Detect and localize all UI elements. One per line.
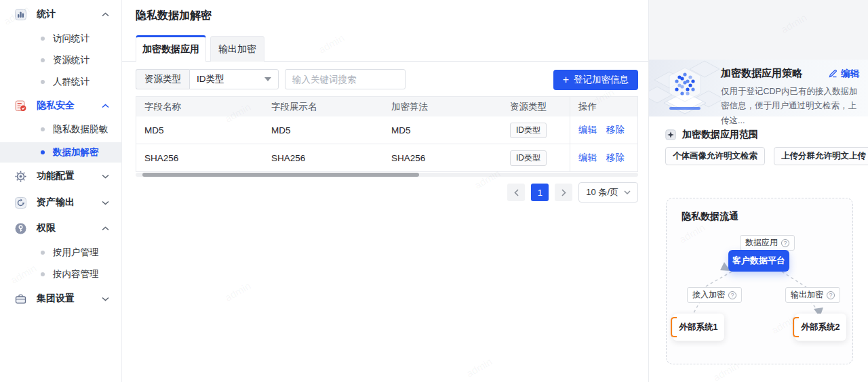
edit-link[interactable]: 编辑	[578, 124, 597, 136]
resource-type-tag: ID类型	[510, 123, 547, 138]
pencil-icon	[829, 69, 837, 78]
sidebar-item-label: 资源统计	[53, 54, 90, 66]
scope-title: 加密数据应用范围	[682, 129, 758, 141]
sidebar-item-manage-by-user[interactable]: 按用户管理	[0, 242, 121, 263]
scope-tags: 个体画像允许明文检索 上传分群允许明文上传	[665, 147, 868, 165]
sidebar-group-label: 资产输出	[37, 196, 75, 209]
main-content: 隐私数据加解密 加密数据应用 输出加密 资源类型 ID类型 + 登记加密信息 字…	[122, 0, 648, 382]
bullet-icon	[41, 80, 45, 84]
sidebar-item-data-encryption[interactable]: 数据加解密	[0, 142, 121, 163]
policy-text-block: 加密数据应用策略 编辑 仅用于登记CDP内已有的接入数据加密信息，便于用户通过明…	[721, 60, 868, 116]
column-header: 加密算法	[383, 97, 502, 116]
previous-page-button[interactable]	[507, 184, 525, 201]
node-label: 外部系统1	[679, 322, 718, 333]
sidebar-group-permissions[interactable]: 权限	[0, 219, 121, 238]
tab-output-encryption[interactable]: 输出加密	[210, 36, 264, 62]
column-header: 资源类型	[502, 97, 570, 116]
chevron-up-icon	[102, 104, 109, 108]
chevron-down-icon	[624, 190, 631, 194]
field-name-cell: MD5	[136, 116, 263, 144]
chevron-up-icon	[102, 12, 109, 17]
sidebar-group-label: 权限	[37, 222, 56, 234]
bullet-icon	[41, 127, 45, 131]
flow-tag-label: 数据应用	[745, 237, 778, 249]
sidebar-group-feature-config[interactable]: 功能配置	[0, 167, 121, 186]
actions-cell: 编辑 移除	[570, 116, 637, 144]
display-name-cell: SHA256	[263, 144, 383, 171]
resource-type-select[interactable]: ID类型	[189, 69, 279, 89]
table-header-row: 字段名称 字段展示名 加密算法 资源类型 操作	[136, 96, 638, 116]
asset-output-icon	[14, 196, 27, 209]
resource-type-tag: ID类型	[510, 150, 547, 166]
search-box	[285, 69, 406, 89]
chevron-up-icon	[102, 226, 109, 231]
sidebar-item-label: 数据加解密	[53, 146, 99, 158]
sidebar-group-label: 集团设置	[37, 293, 75, 305]
bullet-icon	[41, 150, 45, 154]
chevron-right-icon	[561, 189, 566, 196]
flow-tag-label: 接入加密	[692, 289, 725, 301]
pagination: 1 10 条/页	[507, 182, 638, 203]
actions-cell: 编辑 移除	[570, 144, 637, 171]
output-encryption-tag: 输出加密 ?	[785, 287, 840, 303]
node-label: 外部系统2	[802, 322, 840, 333]
sidebar-item-visit-statistics[interactable]: 访问统计	[0, 28, 121, 49]
sidebar-item-manage-by-content[interactable]: 按内容管理	[0, 264, 121, 284]
flow-tag-label: 输出加密	[791, 289, 823, 301]
sidebar-group-group-settings[interactable]: 集团设置	[0, 289, 121, 308]
register-encryption-info-button[interactable]: + 登记加密信息	[553, 70, 638, 90]
page-size-select[interactable]: 10 条/页	[578, 182, 638, 203]
gear-icon	[14, 170, 27, 183]
page-number-button[interactable]: 1	[531, 184, 549, 201]
bar-chart-icon	[14, 8, 27, 21]
resource-type-cell: ID类型	[502, 116, 570, 144]
sidebar-item-resource-statistics[interactable]: 资源统计	[0, 50, 121, 70]
external-system-1-node: 外部系统1	[673, 314, 724, 341]
column-header: 字段名称	[136, 97, 263, 116]
edit-link[interactable]: 编辑	[578, 152, 597, 164]
register-button-label: 登记加密信息	[574, 74, 629, 86]
question-circle-icon[interactable]: ?	[728, 291, 736, 299]
table-row: MD5 MD5 MD5 ID类型 编辑 移除	[136, 116, 638, 144]
policy-card: 加密数据应用策略 编辑 仅用于登记CDP内已有的接入数据加密信息，便于用户通过明…	[649, 60, 868, 116]
plus-icon: +	[563, 75, 569, 85]
question-circle-icon[interactable]: ?	[781, 239, 789, 247]
chevron-down-icon	[264, 77, 271, 81]
cdp-platform-node: 客户数据平台	[728, 250, 789, 272]
resource-type-filter: 资源类型 ID类型	[136, 69, 279, 89]
right-panel-top-strip	[649, 0, 868, 60]
scope-tag: 个体画像允许明文检索	[665, 147, 765, 165]
privacy-flow-diagram: 隐私数据流通 数据应用 ? 客户数据平台 接入加密 ? 输出加密 ? 外部系统1…	[666, 198, 853, 364]
chevron-down-icon	[102, 297, 109, 301]
search-input[interactable]	[292, 75, 412, 85]
chevron-down-icon	[102, 174, 109, 179]
sidebar: 统计 访问统计 资源统计 人群统计 隐私安全	[0, 0, 122, 382]
column-header: 操作	[570, 97, 637, 116]
algorithm-cell: SHA256	[383, 144, 502, 171]
display-name-cell: MD5	[263, 116, 383, 144]
tab-encrypted-data-application[interactable]: 加密数据应用	[136, 35, 206, 62]
sidebar-group-asset-output[interactable]: 资产输出	[0, 193, 121, 212]
remove-link[interactable]: 移除	[606, 124, 625, 136]
remove-link[interactable]: 移除	[606, 152, 625, 164]
bullet-icon	[41, 251, 45, 255]
sidebar-item-label: 人群统计	[53, 76, 90, 88]
next-page-button[interactable]	[555, 184, 572, 201]
app-root: admin admin admin admin admin admin admi…	[0, 0, 868, 382]
briefcase-icon	[14, 293, 27, 305]
sidebar-group-label: 统计	[37, 8, 56, 20]
horizontal-scrollbar-track	[136, 173, 638, 177]
resource-type-cell: ID类型	[502, 144, 570, 171]
chevron-down-icon	[102, 200, 109, 205]
bullet-icon	[41, 37, 45, 41]
filter-label: 资源类型	[136, 69, 189, 89]
edit-policy-link[interactable]: 编辑	[829, 68, 859, 80]
sidebar-group-privacy-security[interactable]: 隐私安全	[0, 96, 121, 115]
sidebar-item-audience-statistics[interactable]: 人群统计	[0, 72, 121, 92]
question-circle-icon[interactable]: ?	[827, 291, 835, 299]
sidebar-item-privacy-data-masking[interactable]: 隐私数据脱敏	[0, 119, 121, 140]
sidebar-group-statistics[interactable]: 统计	[0, 5, 121, 24]
privacy-shield-icon	[14, 100, 27, 112]
policy-description: 仅用于登记CDP内已有的接入数据加密信息，便于用户通过明文检索，上传这...	[721, 85, 858, 128]
horizontal-scrollbar-thumb[interactable]	[142, 173, 419, 177]
